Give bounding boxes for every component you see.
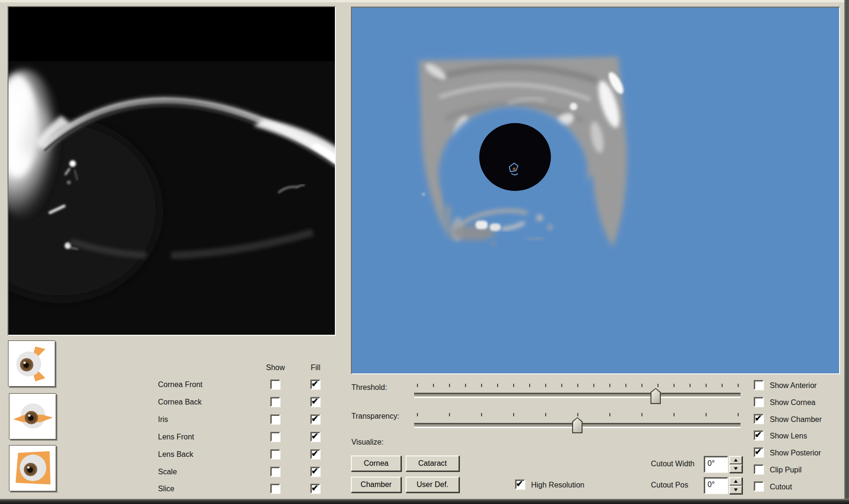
transparency-label: Transparency:	[351, 412, 400, 421]
fill-checkbox-cornea-front[interactable]	[310, 380, 320, 389]
visualize-cataract-button[interactable]: Cataract	[406, 455, 459, 471]
pupil-disc	[479, 123, 551, 191]
layer-label-cornea-back: Cornea Back	[158, 397, 202, 407]
eye-front-view-icon	[12, 448, 54, 489]
cutout-pos-spinner	[729, 477, 742, 494]
threshold-track[interactable]	[414, 393, 741, 397]
arrow-up-icon	[734, 459, 738, 462]
show-column-header: Show	[261, 363, 290, 372]
slit-image-viewer	[8, 6, 336, 336]
show-chamber-checkbox[interactable]	[754, 414, 764, 424]
show-checkbox-cornea-front[interactable]	[270, 380, 280, 389]
arrow-up-icon	[734, 480, 738, 483]
high-resolution-label[interactable]: High Resolution	[531, 480, 584, 490]
fill-checkbox-slice[interactable]	[310, 484, 320, 494]
iris-3d-render	[352, 8, 839, 373]
visualize-cornea-button[interactable]: Cornea	[351, 455, 401, 471]
cutout-pos-up-button[interactable]	[729, 477, 742, 486]
fill-checkbox-scale[interactable]	[310, 467, 320, 477]
fill-checkbox-lens-front[interactable]	[310, 432, 320, 442]
visualize-label: Visualize:	[351, 438, 383, 447]
show-posterior-label[interactable]: Show Posterior	[770, 448, 821, 458]
slit-image	[8, 7, 335, 335]
fill-checkbox-lens-back[interactable]	[310, 449, 320, 459]
cutout-width-label: Cutout Width	[651, 459, 694, 469]
threshold-handle[interactable]	[650, 388, 661, 404]
transparency-handle[interactable]	[572, 417, 583, 433]
threshold-ticks	[417, 384, 738, 388]
show-anterior-label[interactable]: Show Anterior	[770, 381, 817, 390]
show-lens-label[interactable]: Show Lens	[770, 431, 807, 441]
cutout-width-down-button[interactable]	[729, 464, 742, 473]
transparency-ticks	[417, 413, 738, 417]
view-vertical-slice-button[interactable]	[8, 341, 56, 387]
clip-pupil-checkbox[interactable]	[754, 464, 764, 474]
view-horizontal-slice-button[interactable]	[9, 394, 57, 440]
high-resolution-checkbox[interactable]	[515, 479, 525, 489]
show-anterior-checkbox[interactable]	[754, 380, 764, 390]
cutout-label[interactable]: Cutout	[770, 482, 792, 492]
cutout-width-spinner	[729, 456, 742, 473]
arrow-down-icon	[734, 467, 738, 470]
show-checkbox-cornea-back[interactable]	[270, 397, 280, 407]
app-window: Show Fill Cornea Front Cornea Back Iris …	[0, 0, 849, 504]
show-posterior-checkbox[interactable]	[754, 447, 764, 457]
eye-vertical-slice-icon	[11, 344, 53, 384]
show-checkbox-lens-back[interactable]	[270, 449, 280, 459]
cutout-width-up-button[interactable]	[729, 456, 742, 464]
layer-label-scale: Scale	[158, 467, 177, 477]
window-bottom-edge	[0, 499, 849, 504]
visualize-userdef-button[interactable]: User Def.	[406, 477, 459, 493]
show-cornea-label[interactable]: Show Cornea	[770, 398, 816, 407]
layer-label-slice: Slice	[158, 484, 175, 494]
cutout-checkbox[interactable]	[754, 481, 764, 491]
eye-horizontal-slice-icon	[12, 397, 54, 437]
arrow-down-icon	[734, 488, 738, 491]
cutout-width-field[interactable]: 0°	[704, 456, 728, 473]
cutout-pos-down-button[interactable]	[729, 486, 742, 494]
transparency-slider[interactable]	[414, 413, 741, 435]
show-checkbox-lens-front[interactable]	[270, 432, 280, 442]
threshold-slider[interactable]	[414, 384, 741, 405]
fill-checkbox-iris[interactable]	[310, 414, 320, 424]
show-chamber-label[interactable]: Show Chamber	[770, 415, 822, 424]
window-right-edge	[844, 0, 849, 504]
show-lens-checkbox[interactable]	[754, 430, 764, 440]
cutout-pos-field[interactable]: 0°	[704, 477, 728, 494]
cutout-pos-label: Cutout Pos	[651, 480, 688, 490]
fill-column-header: Fill	[303, 363, 328, 372]
show-checkbox-iris[interactable]	[270, 414, 280, 424]
show-cornea-checkbox[interactable]	[754, 397, 764, 407]
layer-label-cornea-front: Cornea Front	[158, 380, 202, 389]
render-3d-viewer[interactable]	[351, 7, 840, 374]
layer-label-lens-back: Lens Back	[158, 450, 193, 459]
visualize-chamber-button[interactable]: Chamber	[351, 477, 401, 493]
threshold-label: Threshold:	[351, 383, 387, 392]
show-checkbox-scale[interactable]	[270, 467, 280, 477]
show-checkbox-slice[interactable]	[270, 484, 280, 494]
window-top-edge	[0, 0, 849, 2]
view-front-button[interactable]	[9, 446, 57, 492]
clip-pupil-label[interactable]: Clip Pupil	[770, 465, 802, 475]
fill-checkbox-cornea-back[interactable]	[310, 397, 320, 407]
layer-label-lens-front: Lens Front	[158, 432, 194, 442]
layer-label-iris: Iris	[158, 415, 168, 424]
